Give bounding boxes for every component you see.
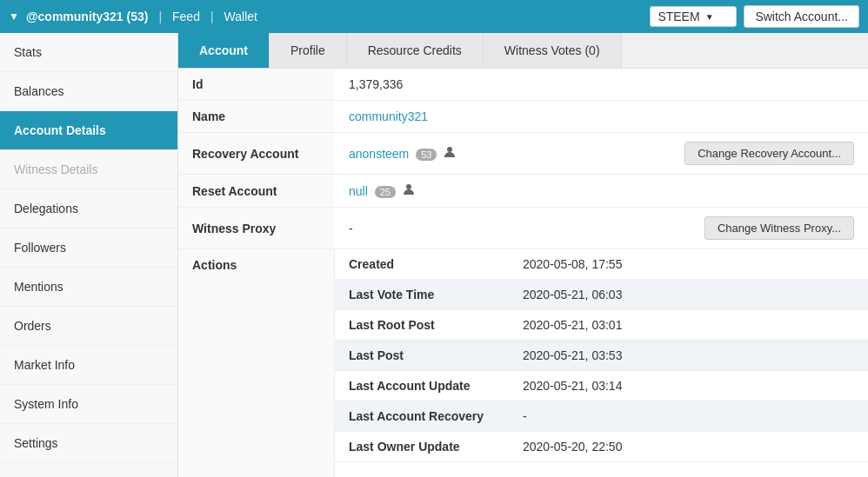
actions-table: Created 2020-05-08, 17:55 Last Vote Time…	[335, 249, 868, 462]
table-row: Last Vote Time 2020-05-21, 06:03	[335, 280, 868, 310]
actions-section: Actions Created 2020-05-08, 17:55 Last V…	[178, 249, 868, 477]
action-value-last-account-recovery: -	[509, 401, 868, 432]
table-row: Last Owner Update 2020-05-20, 22:50	[335, 432, 868, 462]
action-value-last-owner-update: 2020-05-20, 22:50	[509, 432, 868, 462]
sidebar-item-followers[interactable]: Followers	[0, 229, 177, 268]
action-label-last-vote: Last Vote Time	[335, 280, 509, 310]
action-value-last-account-update: 2020-05-21, 03:14	[509, 371, 868, 401]
field-value-name: community321	[335, 101, 868, 133]
sidebar-item-witness-details[interactable]: Witness Details	[0, 150, 177, 189]
table-row: Name community321	[178, 101, 868, 133]
field-action-proxy: Change Witness Proxy...	[551, 208, 868, 249]
table-row: Id 1,379,336	[178, 69, 868, 101]
topbar: ▼ @community321 (53) | Feed | Wallet STE…	[0, 0, 868, 33]
field-label-name: Name	[178, 101, 335, 133]
tab-profile[interactable]: Profile	[270, 33, 347, 68]
action-value-created: 2020-05-08, 17:55	[509, 249, 868, 280]
steem-label: STEEM	[658, 10, 699, 23]
action-value-last-root-post: 2020-05-21, 03:01	[509, 310, 868, 341]
field-value-recovery: anonsteem 53	[335, 133, 551, 175]
sidebar-item-system-info[interactable]: System Info	[0, 385, 177, 424]
switch-account-button[interactable]: Switch Account...	[744, 5, 859, 28]
action-value-last-post: 2020-05-21, 03:53	[509, 341, 868, 371]
layout: Stats Balances Account Details Witness D…	[0, 33, 868, 477]
field-value-proxy: -	[335, 208, 551, 249]
field-label-proxy: Witness Proxy	[178, 208, 335, 249]
reset-account-link[interactable]: null	[349, 184, 368, 198]
table-row: Last Account Recovery -	[335, 401, 868, 432]
main-content: Account Profile Resource Credits Witness…	[178, 33, 868, 477]
sidebar-item-stats[interactable]: Stats	[0, 33, 177, 72]
person-icon-reset	[403, 184, 415, 198]
sidebar-item-settings[interactable]: Settings	[0, 424, 177, 463]
table-row: Recovery Account anonsteem 53	[178, 133, 868, 175]
topbar-left: ▼ @community321 (53) | Feed | Wallet	[9, 10, 650, 23]
wallet-link[interactable]: Wallet	[224, 10, 257, 23]
table-row: Last Root Post 2020-05-21, 03:01	[335, 310, 868, 341]
person-icon	[444, 147, 456, 161]
recovery-account-badge: 53	[416, 149, 437, 161]
table-row: Last Post 2020-05-21, 03:53	[335, 341, 868, 371]
field-label-recovery: Recovery Account	[178, 133, 335, 175]
field-value-id: 1,379,336	[335, 69, 868, 101]
action-label-last-owner-update: Last Owner Update	[335, 432, 509, 462]
field-label-reset: Reset Account	[178, 175, 335, 208]
sidebar-item-market-info[interactable]: Market Info	[0, 346, 177, 385]
account-content: Id 1,379,336 Name community321 Recovery …	[178, 69, 868, 477]
svg-point-0	[447, 147, 452, 152]
sidebar-item-account-details[interactable]: Account Details	[0, 111, 177, 150]
table-row: Created 2020-05-08, 17:55	[335, 249, 868, 280]
topbar-sep2: |	[210, 10, 214, 23]
action-label-last-account-recovery: Last Account Recovery	[335, 401, 509, 432]
table-row: Last Account Update 2020-05-21, 03:14	[335, 371, 868, 401]
topbar-right: STEEM ▼ Switch Account...	[650, 5, 859, 28]
table-row: Witness Proxy - Change Witness Proxy...	[178, 208, 868, 249]
action-label-created: Created	[335, 249, 509, 280]
tab-account[interactable]: Account	[178, 33, 270, 68]
dropdown-arrow-icon: ▼	[705, 12, 714, 22]
topbar-sep1: |	[158, 10, 162, 23]
field-value-reset: null 25	[335, 175, 868, 208]
svg-point-1	[406, 184, 411, 189]
feed-link[interactable]: Feed	[172, 10, 200, 23]
account-table: Id 1,379,336 Name community321 Recovery …	[178, 69, 868, 249]
change-recovery-account-button[interactable]: Change Recovery Account...	[684, 142, 854, 165]
action-label-last-root-post: Last Root Post	[335, 310, 509, 341]
table-row: Reset Account null 25	[178, 175, 868, 208]
tabs: Account Profile Resource Credits Witness…	[178, 33, 868, 69]
recovery-account-link[interactable]: anonsteem	[349, 147, 409, 161]
steem-dropdown[interactable]: STEEM ▼	[650, 6, 737, 27]
field-action-recovery: Change Recovery Account...	[551, 133, 868, 175]
sidebar-item-orders[interactable]: Orders	[0, 307, 177, 346]
change-witness-proxy-button[interactable]: Change Witness Proxy...	[704, 216, 854, 240]
actions-label: Actions	[178, 249, 335, 477]
action-value-last-vote: 2020-05-21, 06:03	[509, 280, 868, 310]
action-label-last-post: Last Post	[335, 341, 509, 371]
tab-resource-credits[interactable]: Resource Credits	[347, 33, 484, 68]
sidebar-item-delegations[interactable]: Delegations	[0, 189, 177, 229]
tab-witness-votes[interactable]: Witness Votes (0)	[484, 33, 622, 68]
action-label-last-account-update: Last Account Update	[335, 371, 509, 401]
reset-account-badge: 25	[375, 186, 396, 198]
sidebar: Stats Balances Account Details Witness D…	[0, 33, 178, 477]
chevron-icon: ▼	[9, 10, 19, 23]
sidebar-item-balances[interactable]: Balances	[0, 72, 177, 111]
actions-table-wrap: Created 2020-05-08, 17:55 Last Vote Time…	[335, 249, 868, 477]
topbar-account-name[interactable]: @community321 (53)	[26, 10, 148, 23]
sidebar-item-mentions[interactable]: Mentions	[0, 268, 177, 307]
account-name-link[interactable]: community321	[349, 109, 428, 123]
field-label-id: Id	[178, 69, 335, 101]
